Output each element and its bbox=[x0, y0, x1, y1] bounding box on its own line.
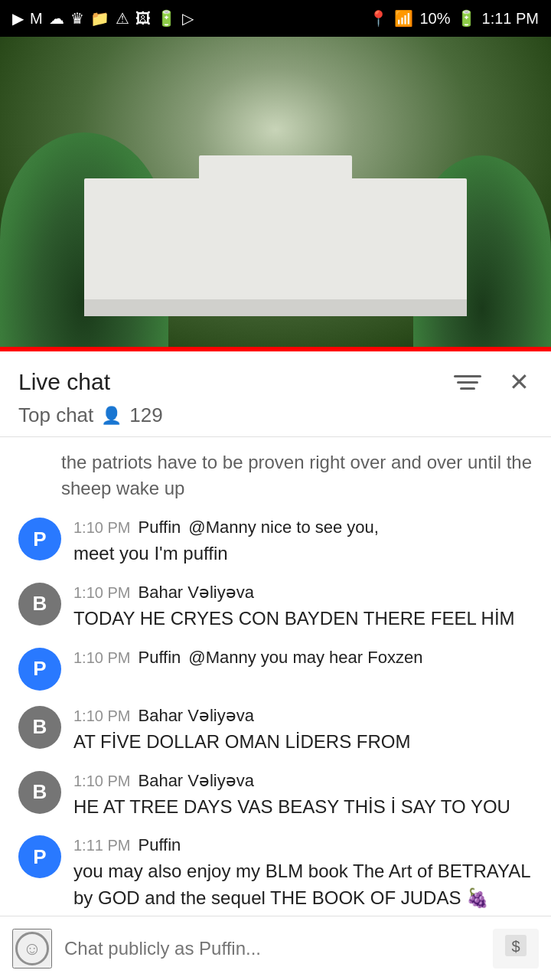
chat-message-6: P 1:11 PM Puffin you may also enjoy my B… bbox=[0, 828, 551, 920]
filter-icon bbox=[454, 371, 481, 394]
emoji-face: ☺ bbox=[23, 938, 42, 959]
msg-content-4: 1:10 PM Bahar Vəliyəva AT FİVE DOLLAR OM… bbox=[73, 706, 533, 756]
chat-message-1: P 1:10 PM Puffin @Manny nice to see you,… bbox=[0, 510, 551, 575]
msg-author-6: Puffin bbox=[138, 835, 181, 855]
battery2-icon: 🔋 bbox=[157, 9, 176, 28]
truncated-message: the patriots have to be proven right ove… bbox=[0, 443, 551, 510]
chat-message-5: B 1:10 PM Bahar Vəliyəva HE AT TREE DAYS… bbox=[0, 763, 551, 828]
msg-body-2: TODAY HE CRYES CON BAYDEN THERE FEEL HİM bbox=[73, 606, 533, 632]
send-button[interactable]: $ bbox=[493, 929, 539, 969]
msg-meta-6: 1:11 PM Puffin bbox=[73, 835, 533, 855]
whitehouse-building bbox=[84, 178, 467, 301]
youtube-icon: ▶ bbox=[12, 9, 24, 28]
msg-time-2: 1:10 PM bbox=[73, 584, 130, 602]
truncated-text: the patriots have to be proven right ove… bbox=[61, 452, 532, 498]
folder-icon: 📁 bbox=[90, 9, 109, 28]
msg-author-4: Bahar Vəliyəva bbox=[138, 706, 254, 726]
msg-time-3: 1:10 PM bbox=[73, 649, 130, 667]
msg-inline-1: @Manny nice to see you, bbox=[188, 518, 379, 537]
msg-content-3: 1:10 PM Puffin @Manny you may hear Foxze… bbox=[73, 648, 533, 671]
msg-content-2: 1:10 PM Bahar Vəliyəva TODAY HE CRYES CO… bbox=[73, 583, 533, 632]
crown-icon: ♛ bbox=[70, 9, 84, 28]
msg-meta-5: 1:10 PM Bahar Vəliyəva bbox=[73, 771, 533, 791]
avatar-puffin-2: P bbox=[18, 648, 61, 691]
msg-time-5: 1:10 PM bbox=[73, 773, 130, 790]
emoji-button[interactable]: ☺ bbox=[12, 929, 52, 969]
livechat-header: Live chat ✕ Top chat 👤 129 bbox=[0, 351, 551, 437]
avatar-puffin-3: P bbox=[18, 835, 61, 878]
filter-line-3 bbox=[460, 387, 475, 390]
play-icon: ▷ bbox=[182, 9, 194, 28]
emoji-icon: ☺ bbox=[15, 932, 49, 965]
warning-icon: ⚠ bbox=[116, 9, 129, 28]
msg-meta-1: 1:10 PM Puffin @Manny nice to see you, bbox=[73, 518, 533, 537]
msg-author-5: Bahar Vəliyəva bbox=[138, 771, 254, 791]
status-bar: ▶ M ☁ ♛ 📁 ⚠ 🖼 🔋 ▷ 📍 📶 10% 🔋 1:11 PM bbox=[0, 0, 551, 37]
participants-icon: 👤 bbox=[101, 406, 122, 426]
battery-icon: 🔋 bbox=[457, 9, 476, 28]
close-button[interactable]: ✕ bbox=[506, 367, 533, 397]
chat-message-3: P 1:10 PM Puffin @Manny you may hear Fox… bbox=[0, 640, 551, 698]
livechat-title: Live chat bbox=[18, 369, 110, 395]
chat-input-bar: ☺ $ bbox=[0, 916, 551, 980]
avatar-bahar-1: B bbox=[18, 583, 61, 626]
chat-text-input[interactable] bbox=[64, 938, 481, 959]
chat-message-4: B 1:10 PM Bahar Vəliyəva AT FİVE DOLLAR … bbox=[0, 698, 551, 763]
participants-count: 129 bbox=[129, 403, 162, 427]
wifi-icon: 📶 bbox=[394, 9, 413, 28]
cloud-icon: ☁ bbox=[49, 9, 64, 28]
msg-time-4: 1:10 PM bbox=[73, 707, 130, 725]
msg-content-1: 1:10 PM Puffin @Manny nice to see you, m… bbox=[73, 518, 533, 567]
filter-button[interactable] bbox=[451, 368, 484, 397]
msg-meta-3: 1:10 PM Puffin @Manny you may hear Foxze… bbox=[73, 648, 533, 668]
msg-content-6: 1:11 PM Puffin you may also enjoy my BLM… bbox=[73, 835, 533, 912]
topchat-label: Top chat bbox=[18, 403, 93, 427]
avatar-bahar-2: B bbox=[18, 706, 61, 749]
msg-meta-2: 1:10 PM Bahar Vəliyəva bbox=[73, 583, 533, 603]
chat-message-2: B 1:10 PM Bahar Vəliyəva TODAY HE CRYES … bbox=[0, 575, 551, 640]
send-icon: $ bbox=[502, 932, 530, 965]
clock: 1:11 PM bbox=[482, 10, 539, 28]
status-icons-right: 📍 📶 10% 🔋 1:11 PM bbox=[369, 9, 539, 28]
msg-body-6: you may also enjoy my BLM book The Art o… bbox=[73, 858, 533, 912]
msg-time-1: 1:10 PM bbox=[73, 519, 130, 537]
m-icon: M bbox=[30, 10, 43, 28]
avatar-puffin-1: P bbox=[18, 518, 61, 560]
topchat-row: Top chat 👤 129 bbox=[18, 403, 533, 427]
livechat-actions: ✕ bbox=[451, 367, 533, 397]
avatar-bahar-3: B bbox=[18, 771, 61, 814]
image-icon: 🖼 bbox=[135, 10, 151, 28]
msg-body-1: meet you I'm puffin bbox=[73, 541, 533, 567]
msg-author-3: Puffin bbox=[138, 648, 181, 668]
svg-text:$: $ bbox=[511, 938, 520, 955]
msg-author-1: Puffin bbox=[138, 518, 181, 537]
video-thumbnail[interactable] bbox=[0, 37, 551, 347]
battery-percent: 10% bbox=[419, 10, 450, 28]
msg-author-2: Bahar Vəliyəva bbox=[138, 583, 254, 603]
chat-messages: the patriots have to be proven right ove… bbox=[0, 437, 551, 980]
location-icon: 📍 bbox=[369, 9, 388, 28]
filter-line-1 bbox=[454, 375, 481, 377]
msg-body-5: HE AT TREE DAYS VAS BEASY THİS İ SAY TO … bbox=[73, 794, 533, 821]
status-icons-left: ▶ M ☁ ♛ 📁 ⚠ 🖼 🔋 ▷ bbox=[12, 9, 194, 28]
close-icon: ✕ bbox=[509, 368, 530, 396]
msg-inline-3: @Manny you may hear Foxzen bbox=[188, 648, 422, 668]
msg-body-4: AT FİVE DOLLAR OMAN LİDERS FROM bbox=[73, 729, 533, 756]
msg-content-5: 1:10 PM Bahar Vəliyəva HE AT TREE DAYS V… bbox=[73, 771, 533, 821]
msg-time-6: 1:11 PM bbox=[73, 837, 130, 854]
msg-meta-4: 1:10 PM Bahar Vəliyəva bbox=[73, 706, 533, 726]
filter-line-2 bbox=[457, 381, 478, 384]
